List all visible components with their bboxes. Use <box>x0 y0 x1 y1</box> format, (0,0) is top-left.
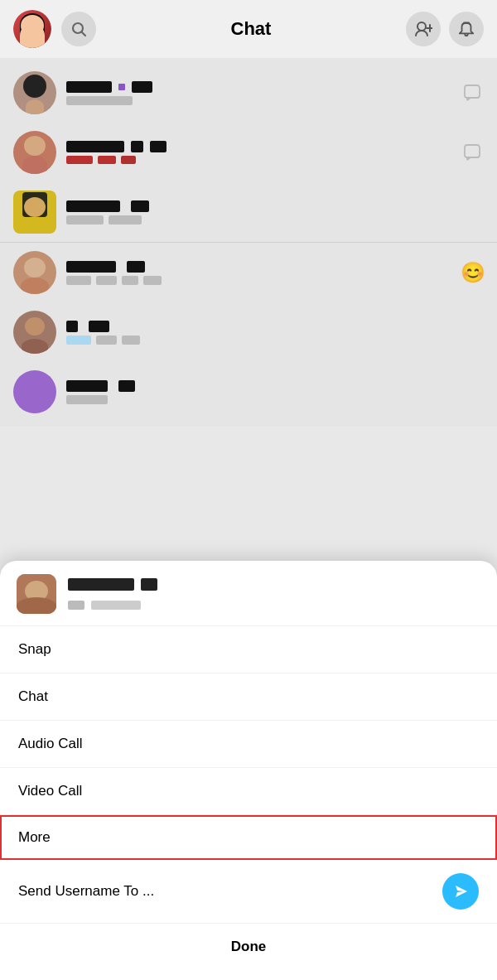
menu-item-snap[interactable]: Snap <box>0 626 497 673</box>
contact-avatar <box>13 370 56 413</box>
send-username-button[interactable] <box>442 873 479 910</box>
chat-item[interactable]: 😊 <box>0 243 497 302</box>
user-avatar[interactable] <box>13 10 51 48</box>
add-friend-icon <box>414 21 432 37</box>
send-username-label: Send Username To ... <box>18 883 154 900</box>
chat-content <box>66 261 484 285</box>
chat-content <box>66 321 484 345</box>
chat-item[interactable] <box>0 63 497 123</box>
menu-item-more[interactable]: More <box>0 815 497 860</box>
menu-item-video-call[interactable]: Video Call <box>0 768 497 815</box>
page-title: Chat <box>96 18 406 40</box>
sheet-contact-avatar <box>17 574 56 614</box>
send-username-row: Send Username To ... <box>0 860 497 924</box>
send-icon <box>452 883 469 900</box>
svg-rect-7 <box>465 145 480 157</box>
sheet-contact-preview <box>0 561 497 626</box>
chat-item[interactable] <box>0 182 497 243</box>
chat-item[interactable] <box>0 123 497 182</box>
chat-content <box>66 380 484 404</box>
chat-bubble-icon <box>461 81 484 104</box>
done-row: Done <box>0 924 497 963</box>
done-button[interactable]: Done <box>231 939 267 954</box>
contact-avatar <box>13 71 56 114</box>
chat-item[interactable] <box>0 362 497 422</box>
chat-list: 😊 <box>0 58 497 427</box>
svg-rect-6 <box>465 85 480 98</box>
header-right <box>406 12 484 46</box>
chat-content <box>66 81 451 105</box>
contact-avatar <box>13 311 56 354</box>
chat-content <box>66 141 451 164</box>
chat-bubble-icon <box>461 141 484 164</box>
svg-line-1 <box>82 32 86 36</box>
search-icon <box>70 21 87 37</box>
chat-item[interactable] <box>0 302 497 362</box>
contact-avatar <box>13 251 56 294</box>
emoji-badge: 😊 <box>461 261 485 284</box>
svg-marker-8 <box>456 886 467 897</box>
header: Chat <box>0 0 497 58</box>
search-button[interactable] <box>61 12 96 46</box>
header-left <box>13 10 96 48</box>
chat-content <box>66 200 484 224</box>
menu-item-chat[interactable]: Chat <box>0 673 497 721</box>
notification-icon <box>457 21 475 37</box>
add-friend-button[interactable] <box>406 12 441 46</box>
notification-button[interactable] <box>449 12 484 46</box>
menu-item-audio-call[interactable]: Audio Call <box>0 721 497 768</box>
svg-point-2 <box>417 22 426 31</box>
sheet-contact-info <box>68 578 480 610</box>
bottom-sheet: Snap Chat Audio Call Video Call More Sen… <box>0 561 497 980</box>
contact-avatar <box>13 191 56 234</box>
contact-avatar <box>13 131 56 174</box>
